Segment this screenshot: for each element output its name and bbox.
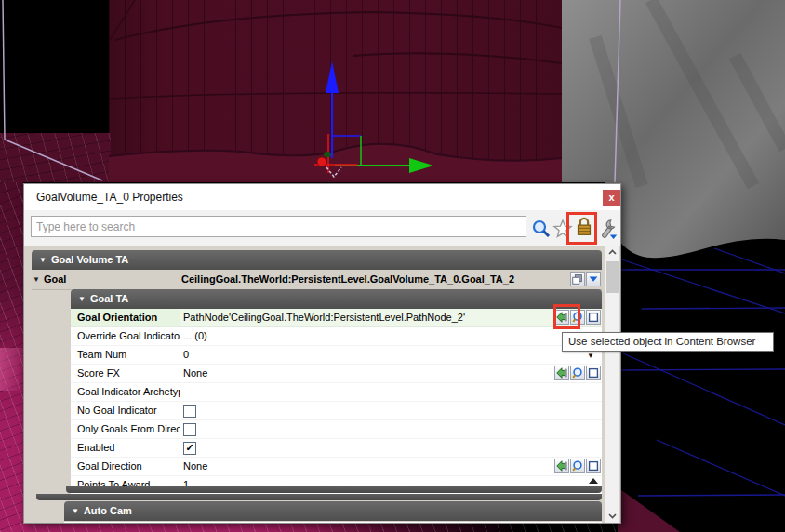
clear-button[interactable] xyxy=(586,459,601,473)
checkbox-checked[interactable]: ✓ xyxy=(183,442,196,455)
row-score-fx[interactable]: Score FX None xyxy=(71,365,602,383)
expander-icon[interactable]: ▼ xyxy=(33,271,40,289)
close-button[interactable]: x xyxy=(603,190,620,206)
layered-squares-icon[interactable] xyxy=(570,272,585,286)
dialog-titlebar[interactable]: GoalVolume_TA_0 Properties x xyxy=(24,184,620,210)
search-toolbar xyxy=(24,210,620,246)
properties-dialog[interactable]: GoalVolume_TA_0 Properties x xyxy=(23,183,621,524)
category-goal-volume-ta[interactable]: ▼Goal Volume TA xyxy=(32,250,602,270)
udk-editor-screen: GoalVolume_TA_0 Properties x xyxy=(0,0,785,532)
row-only-goals-from-direction[interactable]: Only Goals From Directi xyxy=(71,420,602,439)
property-rows: Goal Orientation PathNode'CeilingGoal.Th… xyxy=(71,309,602,495)
annotation-highlight-lock xyxy=(566,212,597,245)
use-selected-object-button[interactable] xyxy=(554,459,569,473)
row-override-goal-indicator[interactable]: Override Goal Indicator ... (0) xyxy=(71,327,602,346)
pathnode-sprite-leaf xyxy=(324,152,331,157)
checkbox-unchecked[interactable] xyxy=(183,405,196,418)
row-show-from-exterior-partial[interactable]: Show From Exterior xyxy=(64,522,602,523)
collapse-arrow-icon[interactable]: ▼ xyxy=(39,250,47,270)
find-object-button[interactable] xyxy=(570,459,585,473)
clear-button[interactable] xyxy=(586,310,601,325)
maroon-wedge xyxy=(618,487,680,532)
goal-object-row[interactable]: ▼Goal CeilingGoal.TheWorld:PersistentLev… xyxy=(32,270,602,290)
property-grid: ▼Goal Volume TA ▼Goal CeilingGoal.TheWor… xyxy=(24,246,620,523)
category-auto-cam[interactable]: ▼Auto Cam xyxy=(64,501,602,521)
scroll-down-icon[interactable] xyxy=(605,509,619,523)
row-no-goal-indicator[interactable]: No Goal Indicator xyxy=(71,402,602,420)
scroll-up-icon[interactable] xyxy=(605,246,619,259)
wall-floor-band xyxy=(109,144,562,182)
row-enabled[interactable]: Enabled ✓ xyxy=(71,439,602,458)
combo-dropdown-icon[interactable]: ▼ xyxy=(587,352,594,360)
row-goal-direction[interactable]: Goal Direction None xyxy=(71,458,602,476)
clear-button[interactable] xyxy=(586,366,601,380)
collapse-arrow-icon[interactable]: ▼ xyxy=(72,501,79,521)
scrollbar-thumb[interactable] xyxy=(606,261,619,293)
tooltip: Use selected object in Content Browser xyxy=(562,332,774,352)
goal-object-value: CeilingGoal.TheWorld:PersistentLevel.Goa… xyxy=(181,270,514,288)
row-goal-orientation[interactable]: Goal Orientation PathNode'CeilingGoal.Th… xyxy=(71,309,602,327)
spinner-up-icon[interactable] xyxy=(589,478,598,484)
checkbox-unchecked[interactable] xyxy=(183,423,196,436)
collapse-arrow-icon[interactable]: ▼ xyxy=(78,289,86,309)
category-goal-ta[interactable]: ▼Goal TA xyxy=(71,289,602,309)
category-end-bar xyxy=(36,494,602,500)
category-end-bar xyxy=(66,486,602,493)
row-goal-indicator-archetype[interactable]: Goal Indicator Archetyp xyxy=(71,383,602,402)
dialog-title: GoalVolume_TA_0 Properties xyxy=(36,191,183,204)
use-selected-object-button[interactable] xyxy=(554,366,569,380)
find-object-button[interactable] xyxy=(570,366,585,380)
pathnode-sprite[interactable] xyxy=(317,157,326,166)
row-team-num[interactable]: Team Num 0 ▼ xyxy=(71,346,602,365)
builder-brush-wireframe xyxy=(616,248,785,496)
annotation-highlight-use-selected xyxy=(553,304,580,329)
vertical-scrollbar[interactable] xyxy=(605,246,619,523)
dropdown-button[interactable] xyxy=(586,272,601,286)
gizmo-z-arrow[interactable] xyxy=(326,61,339,93)
options-wrench-icon[interactable] xyxy=(598,218,619,240)
search-input[interactable] xyxy=(31,216,526,237)
options-dropdown-icon[interactable] xyxy=(610,234,617,239)
search-icon[interactable] xyxy=(531,218,552,240)
